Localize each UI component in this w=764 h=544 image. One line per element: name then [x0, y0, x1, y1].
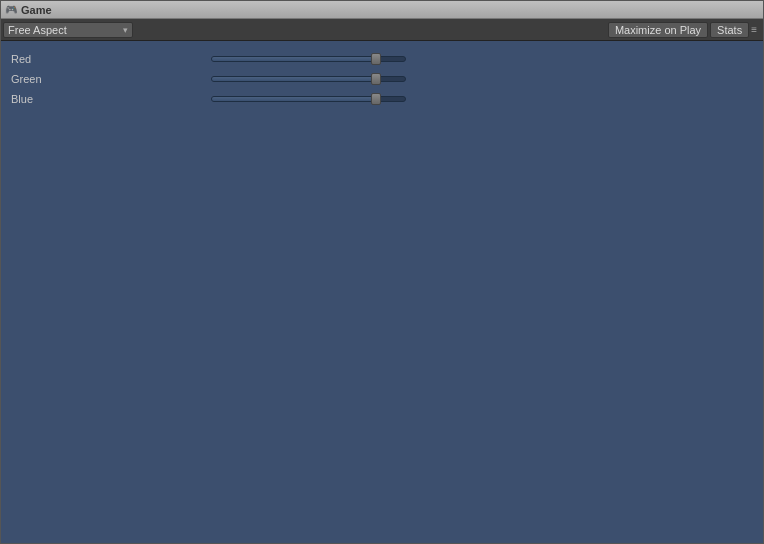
corner-menu-icon[interactable]: ≡	[751, 24, 761, 35]
blue-slider-thumb[interactable]	[371, 93, 381, 105]
blue-slider-fill	[212, 97, 376, 101]
green-slider-row: Green	[1, 69, 763, 89]
green-slider-track[interactable]	[211, 76, 406, 82]
title-bar: 🎮 Game	[1, 1, 763, 19]
red-label: Red	[1, 53, 211, 65]
red-slider-thumb[interactable]	[371, 53, 381, 65]
blue-slider-row: Blue	[1, 89, 763, 109]
green-slider-fill	[212, 77, 376, 81]
toolbar: Free Aspect ▾ Maximize on Play Stats ≡	[1, 19, 763, 41]
game-window: 🎮 Game Free Aspect ▾ Maximize on Play St…	[0, 0, 764, 544]
green-slider-thumb[interactable]	[371, 73, 381, 85]
maximize-on-play-button[interactable]: Maximize on Play	[608, 22, 708, 38]
red-slider-fill	[212, 57, 376, 61]
aspect-dropdown[interactable]: Free Aspect ▾	[3, 22, 133, 38]
red-slider-row: Red	[1, 49, 763, 69]
window-icon: 🎮	[5, 4, 17, 16]
toolbar-left: Free Aspect ▾	[3, 22, 133, 38]
blue-label: Blue	[1, 93, 211, 105]
window-title: Game	[21, 4, 52, 16]
aspect-dropdown-label: Free Aspect	[8, 24, 67, 36]
stats-button[interactable]: Stats	[710, 22, 749, 38]
main-content: Red Green Blue	[1, 41, 763, 543]
dropdown-arrow-icon: ▾	[123, 25, 128, 35]
red-slider-track[interactable]	[211, 56, 406, 62]
green-label: Green	[1, 73, 211, 85]
blue-slider-track[interactable]	[211, 96, 406, 102]
toolbar-right: Maximize on Play Stats ≡	[608, 22, 761, 38]
